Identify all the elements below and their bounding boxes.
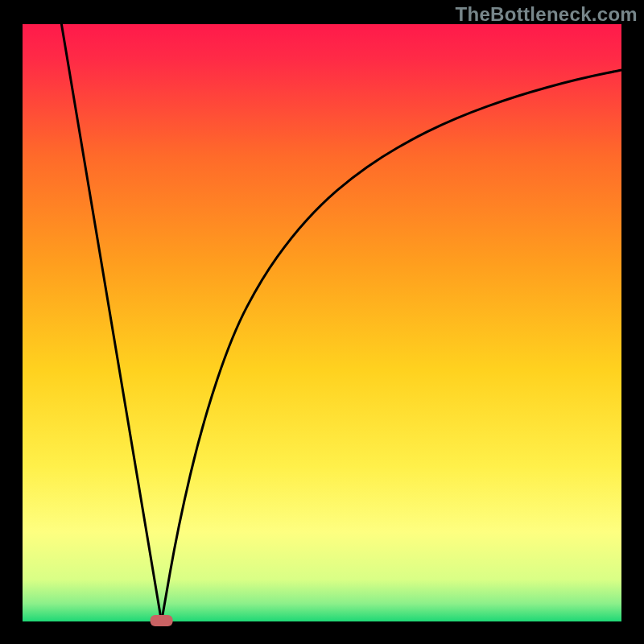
chart-frame: TheBottleneck.com [0,0,644,644]
vertex-marker [151,615,173,626]
watermark-text: TheBottleneck.com [456,3,638,26]
chart-svg [0,0,644,644]
